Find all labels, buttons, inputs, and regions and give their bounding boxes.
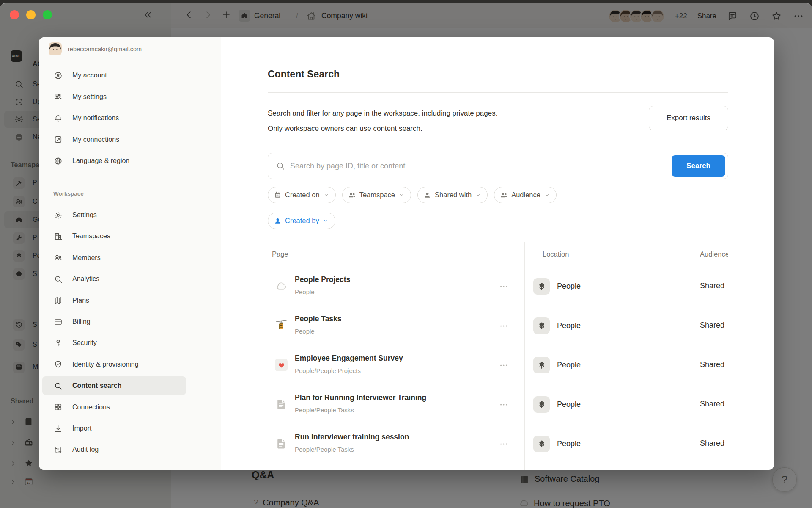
calendar-fill-icon <box>274 191 282 199</box>
title-divider <box>268 92 728 93</box>
settings-nav-analytics[interactable]: Analytics <box>42 270 186 288</box>
settings-nav-content-search[interactable]: Content search <box>42 376 186 395</box>
flower-icon <box>533 278 550 295</box>
row-more-options-icon[interactable] <box>498 360 509 371</box>
chevron-down-icon <box>323 192 329 198</box>
location-name: People <box>557 439 581 448</box>
flower-icon <box>533 436 550 452</box>
chevron-down-icon <box>475 192 481 198</box>
column-header-audience: Audience <box>700 250 728 258</box>
bell-icon <box>53 113 63 123</box>
minimize-window-button[interactable] <box>26 10 36 19</box>
page-icon <box>275 437 288 450</box>
settings-nav-language-region[interactable]: Language & region <box>42 152 186 170</box>
location-name: People <box>557 321 581 330</box>
location-name: People <box>557 400 581 409</box>
page-title[interactable]: People Tasks <box>295 315 342 323</box>
settings-nav-my-settings[interactable]: My settings <box>42 88 186 106</box>
table-row-people-tasks[interactable]: People TasksPeoplePeopleShared <box>268 306 728 345</box>
row-more-options-icon[interactable] <box>498 320 509 331</box>
row-more-options-icon[interactable] <box>498 281 509 292</box>
user-fill-icon <box>423 191 431 199</box>
audience-cell: Shared <box>700 360 724 369</box>
grid-icon <box>53 403 63 412</box>
location-name: People <box>557 361 581 370</box>
shield-check-icon <box>53 360 63 369</box>
filter-chip-created-by[interactable]: Created by <box>268 213 335 229</box>
settings-nav-my-account[interactable]: My account <box>42 66 186 85</box>
results-table: Page Location Audience People ProjectsPe… <box>268 242 728 470</box>
tram-icon <box>275 319 288 332</box>
cloud-icon <box>275 280 288 293</box>
table-row-employee-engagement-survey[interactable]: Employee Engagement SurveyPeople/People … <box>268 345 728 385</box>
row-more-options-icon[interactable] <box>498 439 509 450</box>
export-results-button[interactable]: Export results <box>649 106 728 130</box>
close-window-button[interactable] <box>10 10 19 19</box>
location-cell: People <box>533 396 581 413</box>
card-icon <box>53 317 63 326</box>
location-cell: People <box>533 318 581 334</box>
sliders-icon <box>53 92 63 102</box>
row-more-options-icon[interactable] <box>498 399 509 410</box>
audience-cell: Shared <box>700 439 724 448</box>
location-cell: People <box>533 357 581 373</box>
settings-nav-plans[interactable]: Plans <box>42 291 186 310</box>
chevron-down-icon <box>323 218 329 224</box>
page-title[interactable]: Plan for Running Interviewer Training <box>295 393 426 402</box>
filter-chip-audience[interactable]: Audience <box>494 187 557 203</box>
search-icon <box>276 161 285 171</box>
page-path: People <box>295 288 315 295</box>
workspace-section-header: Workspace <box>53 190 84 197</box>
notion-window: General / Company wiki +22 Share ACMEACM… <box>0 3 812 508</box>
settings-nav-security[interactable]: Security <box>42 334 186 352</box>
panel-description: Search and filter for any page in the wo… <box>268 106 627 136</box>
search-icon <box>53 381 63 390</box>
settings-sidebar: rebeccamcakir@gmail.com My accountMy set… <box>39 37 221 470</box>
filter-chips-row: Created onTeamspaceShared withAudience <box>268 187 557 203</box>
zoom-window-button[interactable] <box>43 10 52 19</box>
filter-chip-teamspace[interactable]: Teamspace <box>342 187 411 203</box>
map-icon <box>53 296 63 305</box>
table-row-people-projects[interactable]: People ProjectsPeoplePeopleShared <box>268 267 728 306</box>
search-button[interactable]: Search <box>672 155 725 177</box>
page-path: People <box>295 328 315 335</box>
settings-nav-teamspaces[interactable]: Teamspaces <box>42 227 186 246</box>
settings-nav-my-connections[interactable]: My connections <box>42 130 186 149</box>
import-icon <box>53 424 63 433</box>
page-path: People/People Projects <box>295 367 361 374</box>
page-icon <box>275 398 288 411</box>
page-title[interactable]: Employee Engagement Survey <box>295 354 403 363</box>
settings-nav-settings[interactable]: Settings <box>42 206 186 224</box>
column-header-page: Page <box>272 250 288 258</box>
globe-icon <box>53 156 63 166</box>
settings-nav-identity-provisioning[interactable]: Identity & provisioning <box>42 355 186 374</box>
settings-nav-audit-log[interactable]: Audit log <box>42 440 186 459</box>
flower-icon <box>533 396 550 413</box>
filter-chip-shared-with[interactable]: Shared with <box>417 187 488 203</box>
active-filter-row: Created by <box>268 213 335 229</box>
analytics-icon <box>53 274 63 284</box>
location-name: People <box>557 282 581 291</box>
gear-icon <box>53 210 63 220</box>
audience-cell: Shared <box>700 321 724 330</box>
page-path: People/People Tasks <box>295 406 354 414</box>
page-title[interactable]: Run interviewer training session <box>295 433 409 442</box>
settings-nav-import[interactable]: Import <box>42 419 186 438</box>
settings-nav-my-notifications[interactable]: My notifications <box>42 109 186 127</box>
account-avatar <box>49 42 62 55</box>
building-icon <box>53 232 63 241</box>
settings-nav-connections[interactable]: Connections <box>42 398 186 417</box>
filter-chip-created-on[interactable]: Created on <box>268 187 336 203</box>
external-icon <box>53 135 63 144</box>
heart-icon <box>275 359 288 371</box>
page-title[interactable]: People Projects <box>295 275 350 284</box>
audience-cell: Shared <box>700 400 724 409</box>
user-fill-icon <box>274 217 282 225</box>
search-input[interactable]: Search by page ID, title or content <box>290 162 672 171</box>
settings-nav-members[interactable]: Members <box>42 248 186 267</box>
table-row-run-interviewer-training-session[interactable]: Run interviewer training sessionPeople/P… <box>268 424 728 464</box>
settings-nav-billing[interactable]: Billing <box>42 312 186 331</box>
table-row-plan-for-running-interviewer-training[interactable]: Plan for Running Interviewer TrainingPeo… <box>268 385 728 424</box>
person-circle-icon <box>53 71 63 80</box>
content-search-bar[interactable]: Search by page ID, title or content Sear… <box>268 153 728 179</box>
